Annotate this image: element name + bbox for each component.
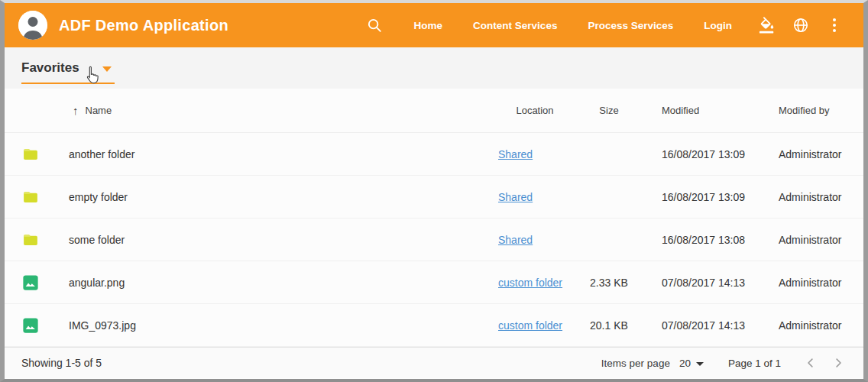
favorites-dropdown[interactable]: Favorites — [21, 60, 115, 84]
chevron-down-icon — [102, 66, 112, 72]
format-color-fill-icon[interactable] — [758, 16, 776, 34]
modified-by: Administrator — [772, 148, 863, 160]
nav-item-content-services[interactable]: Content Services — [473, 20, 557, 31]
person-icon — [18, 11, 47, 40]
view-selector-bar: Favorites — [5, 47, 863, 89]
modified-by: Administrator — [772, 234, 863, 246]
location-link[interactable]: custom folder — [498, 277, 562, 289]
pagination-controls: Items per page 20 Page 1 of 1 — [601, 353, 848, 373]
table-row[interactable]: angular.png custom folder 2.33 KB 07/08/… — [5, 261, 863, 304]
file-size: 20.1 KB — [585, 319, 633, 332]
file-size: 2.33 KB — [585, 277, 633, 289]
modified-date: 16/08/2017 13:09 — [633, 191, 772, 203]
modified-date: 16/08/2017 13:09 — [633, 148, 772, 160]
image-icon — [22, 274, 39, 291]
modified-by: Administrator — [772, 319, 863, 332]
column-header-name[interactable]: ↑ Name — [53, 105, 484, 116]
showing-range-label: Showing 1-5 of 5 — [21, 357, 102, 369]
file-name: empty folder — [53, 191, 484, 203]
pagination-bar: Showing 1-5 of 5 Items per page 20 Page … — [5, 347, 863, 378]
nav-item-process-services[interactable]: Process Services — [588, 20, 673, 31]
table-body: another folder Shared 16/08/2017 13:09 A… — [5, 133, 863, 347]
column-header-size[interactable]: Size — [585, 105, 633, 116]
table-row[interactable]: IMG_0973.jpg custom folder 20.1 KB 07/08… — [5, 304, 863, 347]
previous-page-icon[interactable] — [801, 353, 821, 373]
user-avatar-icon — [18, 11, 47, 40]
column-header-modified[interactable]: Modified — [633, 105, 772, 116]
folder-icon — [22, 146, 39, 163]
location-link[interactable]: Shared — [498, 234, 533, 246]
row-icon-cell — [5, 189, 53, 206]
items-per-page-select[interactable]: 20 — [679, 358, 704, 369]
kebab-menu-icon[interactable] — [825, 16, 844, 34]
location-link[interactable]: Shared — [498, 148, 533, 160]
table-row[interactable]: empty folder Shared 16/08/2017 13:09 Adm… — [5, 176, 863, 219]
location-cell: Shared — [484, 191, 585, 203]
location-cell: custom folder — [484, 277, 585, 289]
location-cell: Shared — [484, 148, 585, 160]
next-page-icon[interactable] — [828, 353, 848, 373]
column-header-modified-by[interactable]: Modified by — [772, 105, 863, 116]
view-selector-label: Favorites — [21, 60, 79, 76]
location-cell: Shared — [484, 234, 585, 246]
items-per-page-value: 20 — [679, 358, 691, 369]
document-list: ↑ Name Location Size Modified Modified b… — [5, 89, 863, 347]
location-cell: custom folder — [484, 319, 585, 332]
modified-date: 16/08/2017 13:08 — [633, 234, 772, 246]
folder-icon — [22, 189, 39, 206]
location-link[interactable]: Shared — [498, 191, 533, 203]
table-header-row: ↑ Name Location Size Modified Modified b… — [5, 89, 863, 133]
app-title: ADF Demo Application — [59, 17, 228, 34]
top-app-bar: ADF Demo Application Home Content Servic… — [5, 3, 863, 47]
row-icon-cell — [5, 231, 53, 248]
column-header-name-label: Name — [86, 105, 112, 116]
file-name: another folder — [53, 148, 484, 160]
file-name: angular.png — [53, 277, 484, 289]
modified-date: 07/08/2017 14:13 — [633, 319, 772, 332]
row-icon-cell — [5, 317, 53, 334]
row-icon-cell — [5, 146, 53, 163]
file-name: IMG_0973.jpg — [53, 319, 484, 332]
app-window: ADF Demo Application Home Content Servic… — [0, 0, 868, 382]
chevron-down-icon — [696, 362, 704, 366]
nav-item-home[interactable]: Home — [414, 20, 443, 31]
modified-by: Administrator — [772, 277, 863, 289]
file-name: some folder — [53, 234, 484, 246]
globe-icon[interactable] — [792, 16, 810, 34]
row-icon-cell — [5, 274, 53, 291]
page-status-label: Page 1 of 1 — [728, 358, 781, 369]
image-icon — [22, 317, 39, 334]
location-link[interactable]: custom folder — [498, 319, 562, 332]
top-bar-actions: Home Content Services Process Services L… — [365, 16, 844, 34]
search-icon[interactable] — [365, 16, 384, 34]
table-row[interactable]: some folder Shared 16/08/2017 13:08 Admi… — [5, 219, 863, 261]
column-header-location[interactable]: Location — [484, 105, 585, 116]
top-bar-icon-group — [758, 16, 844, 34]
folder-icon — [22, 231, 39, 248]
items-per-page-label: Items per page — [601, 358, 670, 369]
modified-date: 07/08/2017 14:13 — [633, 277, 772, 289]
pager-buttons — [801, 353, 848, 373]
modified-by: Administrator — [772, 191, 863, 203]
table-row[interactable]: another folder Shared 16/08/2017 13:09 A… — [5, 133, 863, 176]
nav-item-login[interactable]: Login — [704, 20, 732, 31]
sort-ascending-icon: ↑ — [73, 105, 79, 116]
